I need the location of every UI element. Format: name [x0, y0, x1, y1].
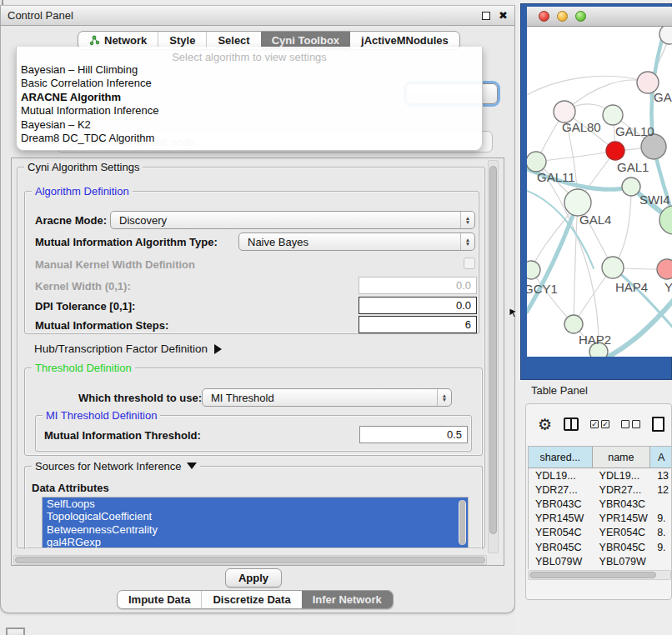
mi-threshold-definition-title: MI Threshold Definition	[43, 409, 160, 422]
hub-definition-toggle[interactable]: Hub/Transcription Factor Definition	[34, 342, 222, 355]
node-pink-right[interactable]	[657, 259, 672, 279]
node-selected-red[interactable]	[606, 142, 624, 160]
table-horizontal-scrollbar[interactable]	[528, 570, 671, 580]
table-panel-toolbar: ⚙ ✓✓	[526, 404, 671, 444]
node-attribute-table[interactable]: shared... name A YDL19...YDL19...13 YDR2…	[528, 446, 672, 569]
node-label: SWI4	[639, 192, 670, 207]
algorithm-dropdown-popup: Select algorithm to view settings Bayesi…	[16, 47, 483, 151]
apply-button[interactable]: Apply	[225, 568, 282, 588]
screenshot-root: Control Panel ✖ Network Style Select Cyn	[0, 0, 672, 635]
node-gal11[interactable]	[527, 152, 546, 172]
expanded-arrow-icon	[187, 462, 197, 469]
cyni-settings-scrollpane: Cyni Algorithm Settings Algorithm Defini…	[11, 158, 504, 566]
deselect-all-columns-icon[interactable]	[621, 420, 640, 428]
algorithm-definition-group: Algorithm Definition Aracne Mode: Discov…	[24, 191, 479, 334]
node-label: GAL4	[579, 212, 611, 227]
network-canvas[interactable]: GAL GAL80 GAL10 GAL1 GAL11 SWI4 GAL4 GCY…	[527, 27, 672, 357]
control-panel-window: Control Panel ✖ Network Style Select Cyn	[0, 5, 515, 613]
manual-kernel-label: Manual Kernel Width Definition	[35, 258, 195, 271]
cyni-algorithm-settings-group: Cyni Algorithm Settings Algorithm Defini…	[17, 167, 485, 548]
mi-steps-field[interactable]: 6	[359, 316, 477, 333]
document-icon[interactable]	[652, 417, 664, 432]
node-label: HAP2	[579, 332, 611, 347]
data-attributes-label: Data Attributes	[32, 482, 109, 494]
table-row[interactable]: YDL19...YDL19...13	[529, 468, 672, 482]
list-item-selfloops[interactable]: SelfLoops	[43, 498, 468, 510]
attribute-list-scrollbar[interactable]	[459, 500, 466, 545]
manual-kernel-checkbox[interactable]	[464, 258, 475, 269]
tab-impute-data[interactable]: Impute Data	[118, 591, 202, 608]
threshold-definition-title: Threshold Definition	[32, 362, 135, 374]
node-swi4[interactable]	[622, 178, 640, 196]
gear-icon[interactable]: ⚙	[538, 417, 552, 432]
network-icon	[89, 35, 100, 46]
node-label: GAL11	[537, 170, 575, 184]
node-gal10[interactable]	[603, 105, 623, 125]
dpi-tolerance-field[interactable]: 0.0	[359, 297, 477, 314]
menu-item-mutual-information[interactable]: Mutual Information Inference	[17, 104, 482, 118]
column-header-name[interactable]: name	[593, 447, 651, 468]
combo-stepper-icon: ▲▼	[460, 212, 474, 228]
collapsed-arrow-icon	[214, 344, 222, 354]
tab-network-label: Network	[104, 34, 147, 47]
node-label: Y	[664, 280, 672, 294]
node-label: GAL80	[562, 120, 601, 134]
node-hap4[interactable]	[602, 257, 624, 278]
close-icon[interactable]: ✖	[499, 12, 508, 20]
table-row[interactable]: YDR27...YDR27...12	[529, 482, 672, 497]
algorithm-popup-placeholder: Select algorithm to view settings	[17, 47, 482, 63]
node-label: GAL	[654, 90, 672, 104]
sources-group: Sources for Network Inference Data Attri…	[24, 466, 483, 549]
minimize-traffic-light-icon[interactable]	[557, 11, 568, 22]
kernel-width-label: Kernel Width (0,1):	[35, 280, 131, 292]
select-all-columns-icon[interactable]: ✓✓	[590, 420, 609, 428]
menu-item-basic-correlation[interactable]: Basic Correlation Inference	[17, 77, 482, 90]
aracne-mode-combo[interactable]: Discovery ▲▼	[110, 211, 475, 229]
zoom-traffic-light-icon[interactable]	[575, 11, 586, 22]
table-panel: ⚙ ✓✓ shared... name A YDL19...YDL19...13…	[525, 403, 672, 600]
settings-horizontal-scrollbar[interactable]	[13, 555, 487, 565]
mi-threshold-field[interactable]: 0.5	[359, 426, 468, 443]
table-row[interactable]: YBL079WYBL079W	[529, 554, 672, 568]
node-gcy1[interactable]	[527, 261, 540, 279]
menu-item-dream8[interactable]: Dream8 DC_TDC Algorithm	[17, 132, 482, 145]
network-graph: GAL GAL80 GAL10 GAL1 GAL11 SWI4 GAL4 GCY…	[527, 27, 672, 357]
which-threshold-label: Which threshold to use:	[78, 392, 202, 404]
threshold-definition-group: Threshold Definition Which threshold to …	[24, 368, 483, 456]
column-header-shared-name[interactable]: shared...	[529, 447, 593, 468]
table-row[interactable]: YBR045CYBR045C9.	[529, 540, 672, 554]
list-item-betweennesscentrality[interactable]: BetweennessCentrality	[43, 523, 468, 536]
table-row[interactable]: YBR043CYBR043C	[529, 497, 672, 511]
cyni-bottom-tabs: Impute Data Discretize Data Infer Networ…	[117, 590, 394, 609]
column-header-partial[interactable]: A	[650, 447, 672, 468]
tab-infer-network[interactable]: Infer Network	[302, 591, 393, 608]
data-attributes-list: SelfLoops TopologicalCoefficient Between…	[42, 497, 469, 548]
table-panel-title: Table Panel	[531, 384, 588, 397]
mi-steps-label: Mutual Information Steps:	[35, 319, 168, 332]
network-window-titlebar	[527, 7, 672, 27]
which-threshold-combo[interactable]: MI Threshold ▲▼	[202, 388, 452, 407]
sources-title[interactable]: Sources for Network Inference	[32, 460, 200, 472]
bottom-left-button-stub[interactable]	[6, 628, 25, 635]
settings-vertical-scrollbar[interactable]	[488, 160, 499, 553]
control-panel-title: Control Panel	[8, 9, 73, 22]
mi-type-combo[interactable]: Naive Bayes ▲▼	[238, 232, 475, 251]
table-row[interactable]: YPR145WYPR145W9.	[529, 512, 672, 526]
node-label: GAL1	[617, 160, 649, 174]
table-row[interactable]: YLR345WYLR345W9.	[529, 568, 672, 569]
list-item-topologicalcoefficient[interactable]: TopologicalCoefficient	[43, 510, 468, 522]
menu-item-bayesian-k2[interactable]: Bayesian – K2	[17, 118, 482, 132]
menu-item-bayesian-hill-climbing[interactable]: Bayesian – Hill Climbing	[17, 63, 482, 77]
combo-stepper-icon: ▲▼	[460, 233, 474, 250]
node-hap2[interactable]	[564, 315, 583, 333]
float-window-icon[interactable]	[482, 12, 490, 20]
algorithm-definition-title: Algorithm Definition	[32, 185, 133, 198]
control-panel-titlebar: Control Panel ✖	[1, 6, 514, 26]
close-traffic-light-icon[interactable]	[539, 11, 549, 22]
split-columns-icon[interactable]	[564, 418, 579, 431]
menu-item-aracne[interactable]: ARACNE Algorithm	[17, 91, 482, 104]
list-item-gal4rgexp[interactable]: gal4RGexp	[43, 536, 468, 548]
tab-discretize-data[interactable]: Discretize Data	[202, 591, 301, 608]
node-label: GAL10	[615, 124, 654, 138]
table-row[interactable]: YER054CYER054C8.	[529, 526, 672, 540]
